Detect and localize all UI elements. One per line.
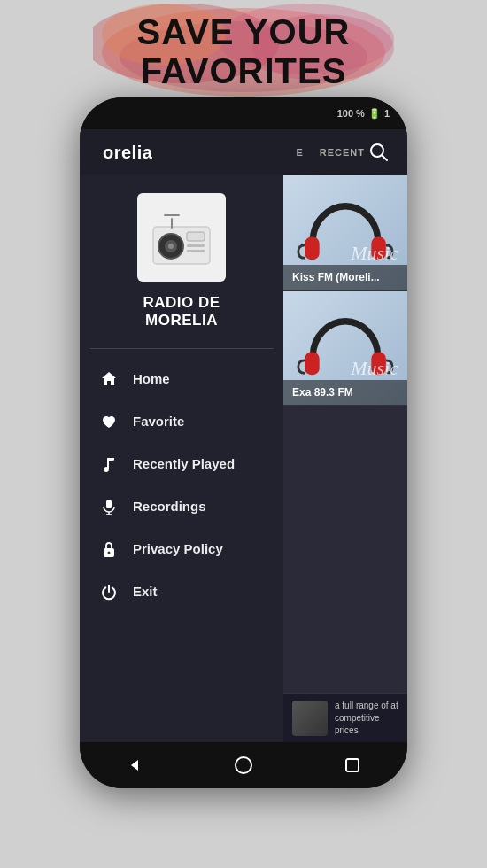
radio-card-1-label-bar: Kiss FM (Moreli... <box>283 265 407 290</box>
svg-line-7 <box>383 156 388 161</box>
drawer-recently-played-label: Recently Played <box>133 456 235 471</box>
tab-active[interactable]: E <box>296 147 303 158</box>
page-title-line2: FAVORITES <box>0 51 487 90</box>
drawer-privacy-label: Privacy Policy <box>133 541 223 556</box>
lock-icon <box>99 539 119 559</box>
music-text: Music <box>351 242 398 265</box>
app-header: orelia E RECENT <box>80 129 407 175</box>
radio-card-1-name: Kiss FM (Moreli... <box>292 271 380 283</box>
app-header-title: orelia <box>103 143 152 163</box>
svg-point-27 <box>236 757 251 773</box>
drawer-recordings-label: Recordings <box>133 499 206 514</box>
time-text: 1 <box>384 108 390 119</box>
drawer-exit-label: Exit <box>133 584 158 599</box>
status-bar: 100 % 🔋 1 <box>80 97 407 129</box>
ad-text: a full range of at competitive prices <box>335 700 398 737</box>
drawer-favorite-label: Favorite <box>133 414 184 429</box>
recents-button[interactable] <box>336 749 368 781</box>
drawer-item-favorite[interactable]: Favorite <box>80 400 283 443</box>
drawer-app-name: RADIO DE MORELIA <box>143 294 220 330</box>
drawer-item-home[interactable]: Home <box>80 358 283 400</box>
content-area: RADIO DE MORELIA Home <box>80 175 407 742</box>
battery-indicator: 100 % 🔋 1 <box>337 108 390 120</box>
notch <box>195 97 292 117</box>
home-icon <box>99 369 119 389</box>
home-bar <box>80 742 407 788</box>
svg-rect-15 <box>171 218 173 229</box>
svg-point-11 <box>168 244 174 249</box>
radio-station-list: Music Kiss FM (Moreli... <box>283 175 407 742</box>
radio-card-2[interactable]: Music Exa 89.3 FM <box>283 291 407 406</box>
drawer-home-label: Home <box>133 371 170 386</box>
tab-recent[interactable]: RECENT <box>320 147 365 158</box>
drawer-menu: RADIO DE MORELIA Home <box>80 175 283 742</box>
power-icon <box>99 582 119 601</box>
battery-text: 100 % <box>337 108 365 119</box>
drawer-divider <box>90 348 274 349</box>
music-note-icon <box>99 454 119 474</box>
drawer-item-recordings[interactable]: Recordings <box>80 485 283 528</box>
ad-banner: a full range of at competitive prices <box>283 693 407 742</box>
svg-rect-24 <box>305 352 320 375</box>
page-title-line1: SAVE YOUR <box>0 12 487 51</box>
phone-shell: 100 % 🔋 1 orelia E RECENT <box>80 97 407 788</box>
back-button[interactable] <box>119 749 151 781</box>
radio-card-1[interactable]: Music Kiss FM (Moreli... <box>283 175 407 291</box>
drawer-item-recently-played[interactable]: Recently Played <box>80 443 283 485</box>
phone-screen: orelia E RECENT <box>80 129 407 742</box>
radio-card-2-label-bar: Exa 89.3 FM <box>283 380 407 405</box>
svg-marker-26 <box>131 760 138 771</box>
microphone-icon <box>99 497 119 516</box>
svg-rect-17 <box>106 500 112 508</box>
radio-card-2-name: Exa 89.3 FM <box>292 386 353 399</box>
drawer-logo <box>137 193 226 282</box>
ad-thumbnail <box>292 701 328 736</box>
drawer-menu-items: Home Favorite <box>80 358 283 613</box>
svg-rect-13 <box>187 244 205 247</box>
svg-rect-28 <box>346 759 359 771</box>
drawer-item-privacy-policy[interactable]: Privacy Policy <box>80 528 283 570</box>
svg-rect-16 <box>164 214 180 216</box>
svg-point-21 <box>108 551 111 554</box>
home-button[interactable] <box>228 749 259 781</box>
battery-icon: 🔋 <box>368 108 381 120</box>
svg-rect-14 <box>187 250 205 252</box>
heart-icon <box>99 412 119 431</box>
svg-rect-22 <box>305 236 320 260</box>
music-text-2: Music <box>351 357 398 380</box>
svg-rect-12 <box>187 232 205 241</box>
search-button[interactable] <box>365 138 393 167</box>
app-header-tabs: E RECENT <box>296 147 365 158</box>
drawer-item-exit[interactable]: Exit <box>80 570 283 613</box>
